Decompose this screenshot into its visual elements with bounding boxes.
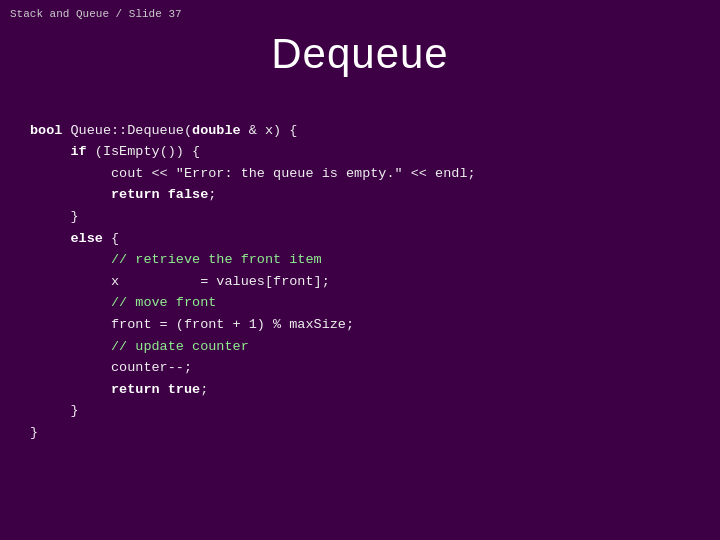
code-line-15: } (30, 425, 38, 440)
code-line-10: front = (front + 1) % maxSize; (30, 317, 354, 332)
code-line-9: // move front (30, 295, 216, 310)
code-line-1: bool Queue::Dequeue(double & x) { (30, 123, 297, 138)
code-line-4: return false; (30, 187, 216, 202)
code-line-2: if (IsEmpty()) { (30, 144, 200, 159)
code-line-6: else { (30, 231, 119, 246)
code-line-11: // update counter (30, 339, 249, 354)
code-line-8: x = values[front]; (30, 274, 330, 289)
slide-title: Dequeue (0, 30, 720, 78)
code-line-12: counter--; (30, 360, 192, 375)
code-line-3: cout << "Error: the queue is empty." << … (30, 166, 476, 181)
breadcrumb: Stack and Queue / Slide 37 (10, 8, 182, 20)
code-line-14: } (30, 403, 79, 418)
code-line-13: return true; (30, 382, 208, 397)
code-block: bool Queue::Dequeue(double & x) { if (Is… (30, 98, 690, 444)
code-line-7: // retrieve the front item (30, 252, 322, 267)
code-line-5: } (30, 209, 79, 224)
